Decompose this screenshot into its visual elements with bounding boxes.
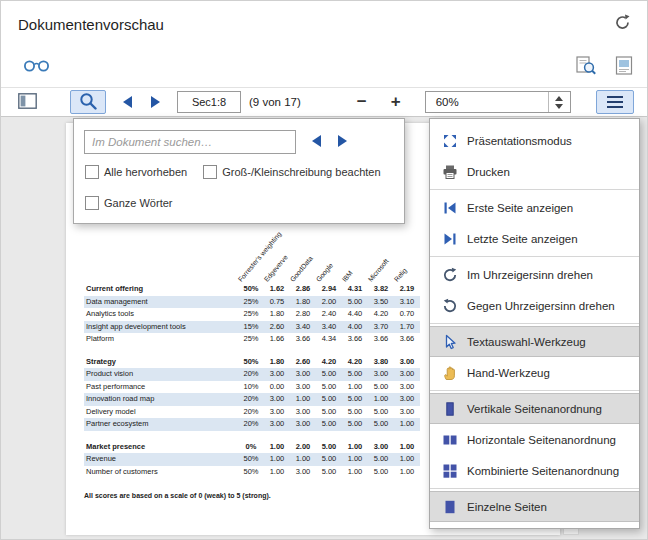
menu-item-rotate-clockwise[interactable]: Im Uhrzeigersinn drehen (430, 259, 639, 290)
search-input[interactable] (84, 130, 296, 154)
row-label: Strategy (84, 356, 238, 369)
menu-item-combined-layout[interactable]: Kombinierte Seitenanordnung (430, 455, 639, 486)
menu-separator (430, 390, 639, 391)
table-cell: 0.75 (264, 296, 290, 309)
reading-view-button[interactable] (21, 56, 52, 78)
menu-item-vertical-layout[interactable]: Vertikale Seitenanordnung (430, 393, 639, 424)
find-previous-button[interactable] (312, 135, 321, 150)
table-cell: 4.20 (342, 356, 368, 369)
table-cell: 2.40 (316, 308, 342, 321)
menu-item-text-select-tool[interactable]: Textauswahl-Werkzeug (430, 326, 639, 357)
menu-item-presentation-mode[interactable]: Präsentationsmodus (430, 125, 639, 156)
menu-separator (430, 256, 639, 257)
table-cell: 5.00 (316, 441, 342, 454)
stepper-arrows-icon[interactable] (548, 92, 570, 112)
menu-item-label: Erste Seite anzeigen (467, 202, 573, 214)
option-match-case[interactable]: Groß-/Kleinschreibung beachten (203, 165, 380, 179)
find-next-button[interactable] (338, 135, 347, 150)
zoom-level-select[interactable]: 60% (425, 91, 571, 113)
search-options-row-1: Alle hervorheben Groß-/Kleinschreibung b… (85, 165, 381, 179)
document-table-body: Current offering50%1.622.862.944.313.822… (84, 283, 420, 478)
table-cell: 25% (238, 333, 264, 346)
menu-item-horizontal-layout[interactable]: Horizontale Seitenanordnung (430, 424, 639, 455)
option-whole-words[interactable]: Ganze Wörter (85, 196, 172, 210)
sidebar-toggle-icon (18, 93, 37, 112)
table-cell: 1.00 (394, 418, 420, 431)
table-cell: 5.00 (316, 393, 342, 406)
table-cell: 1.00 (290, 453, 316, 466)
page-number-input[interactable] (177, 91, 241, 113)
table-cell: 2.60 (290, 356, 316, 369)
previous-page-button[interactable] (115, 90, 139, 114)
menu-item-label: Kombinierte Seitenanordnung (467, 465, 619, 477)
table-cell: 2.00 (316, 296, 342, 309)
table-cell: 3.70 (368, 321, 394, 334)
table-cell: 5.00 (316, 453, 342, 466)
row-label: Analytics tools (84, 308, 238, 321)
row-label: Number of customers (84, 466, 238, 479)
next-page-button[interactable] (143, 90, 167, 114)
page-title: Dokumentenvorschau (18, 16, 164, 33)
table-cell: 3.00 (264, 393, 290, 406)
table-cell: 1.80 (264, 356, 290, 369)
menu-item-label: Textauswahl-Werkzeug (467, 336, 586, 348)
menu-item-first-page[interactable]: Erste Seite anzeigen (430, 192, 639, 223)
search-button[interactable] (70, 90, 106, 114)
zoom-in-icon: + (386, 91, 406, 113)
table-cell: 3.00 (394, 381, 420, 394)
menu-item-hand-tool[interactable]: Hand-Werkzeug (430, 357, 639, 388)
checkbox-label: Alle hervorheben (104, 166, 187, 178)
menu-button[interactable] (596, 90, 634, 114)
row-label: Current offering (84, 283, 238, 296)
text-select-tool-icon (441, 333, 458, 350)
zoom-in-button[interactable]: + (381, 90, 411, 114)
table-cell: 5.00 (342, 393, 368, 406)
table-cell: 50% (238, 466, 264, 479)
row-label: Past performance (84, 381, 238, 394)
table-row: Innovation road map20%3.001.005.005.001.… (84, 393, 420, 406)
table-cell: 1.00 (342, 466, 368, 479)
table-cell: 3.00 (368, 368, 394, 381)
table-cell: 25% (238, 308, 264, 321)
zoom-out-button[interactable]: − (347, 90, 377, 114)
table-cell: 1.00 (342, 453, 368, 466)
next-page-icon (151, 96, 160, 108)
table-cell: 1.00 (394, 466, 420, 479)
table-cell: 1.00 (394, 453, 420, 466)
zoom-out-icon: − (352, 91, 372, 113)
table-row: Partner ecosystem20%3.003.005.005.005.00… (84, 418, 420, 431)
menu-item-single-pages[interactable]: Einzelne Seiten (430, 491, 639, 522)
option-highlight-all[interactable]: Alle hervorheben (85, 165, 187, 179)
table-row: Current offering50%1.622.862.944.313.822… (84, 283, 420, 296)
table-cell: 5.00 (368, 466, 394, 479)
menu-item-label: Gegen Uhrzeigersinn drehen (467, 300, 615, 312)
checkbox[interactable] (85, 196, 99, 210)
menu-item-label: Einzelne Seiten (467, 501, 547, 513)
table-cell: 20% (238, 393, 264, 406)
page-preview-button[interactable] (613, 54, 635, 80)
menu-item-rotate-counterclockwise[interactable]: Gegen Uhrzeigersinn drehen (430, 290, 639, 321)
scores-table: Current offering50%1.622.862.944.313.822… (84, 283, 420, 478)
sidebar-toggle-button[interactable] (13, 90, 42, 114)
table-cell: 5.00 (368, 381, 394, 394)
table-row: Data management25%0.751.802.005.003.503.… (84, 296, 420, 309)
menu-item-label: Horizontale Seitenanordnung (467, 434, 616, 446)
table-cell: 5.00 (368, 418, 394, 431)
column-header: Edgeverve (263, 254, 289, 283)
zoom-page-icon (576, 56, 596, 78)
table-cell: 5.00 (342, 406, 368, 419)
column-header: Google (315, 262, 334, 283)
checkbox[interactable] (85, 165, 99, 179)
refresh-button[interactable] (612, 12, 633, 36)
table-cell: 2.00 (290, 441, 316, 454)
checkbox[interactable] (203, 165, 217, 179)
table-cell: 10% (238, 381, 264, 394)
table-row: Strategy50%1.802.604.204.203.803.00 (84, 356, 420, 369)
document-preview-window: Dokumentenvorschau (0, 0, 648, 540)
table-row: Market presence0%1.002.005.001.003.001.0… (84, 441, 420, 454)
table-cell: 4.31 (342, 283, 368, 296)
menu-item-last-page[interactable]: Letzte Seite anzeigen (430, 223, 639, 254)
zoom-preview-button[interactable] (574, 54, 598, 80)
table-cell: 3.00 (264, 406, 290, 419)
menu-item-print[interactable]: Drucken (430, 156, 639, 187)
